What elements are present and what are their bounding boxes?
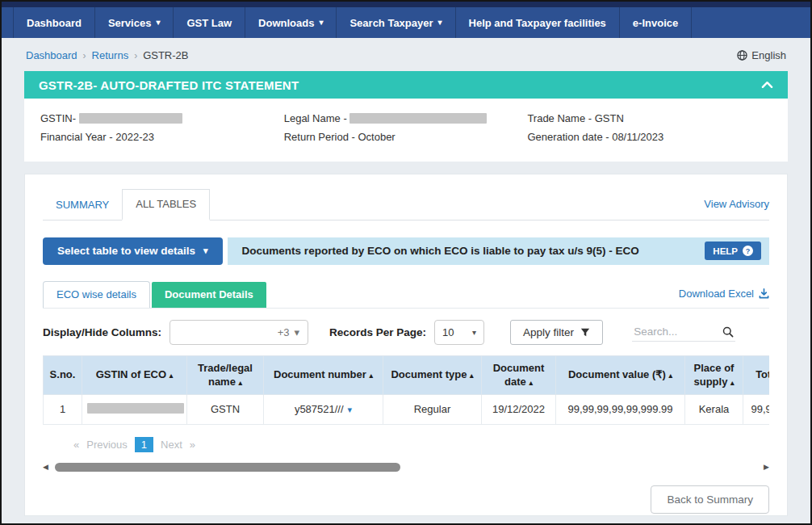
caret-down-icon: ▾ xyxy=(438,19,442,27)
table-row: 1 GSTN y587521///▾ Regular 19/12/2022 99… xyxy=(44,394,770,424)
search-icon[interactable] xyxy=(722,326,734,338)
generation-date: Generation date - 08/11/2023 xyxy=(527,128,771,147)
tab-summary[interactable]: SUMMARY xyxy=(43,191,122,220)
main-card: SUMMARY ALL TABLES View Advisory Select … xyxy=(24,174,788,516)
help-icon: ? xyxy=(743,246,753,256)
pagination-first[interactable]: « xyxy=(73,439,79,451)
sort-asc-icon[interactable]: ▴ xyxy=(529,379,533,387)
financial-year: Financial Year - 2022-23 xyxy=(40,128,284,147)
apply-filter-button[interactable]: Apply filter xyxy=(510,320,603,345)
language-selector[interactable]: English xyxy=(737,49,786,61)
card-footer: Back to Summary xyxy=(43,485,769,514)
nav-item-downloads[interactable]: Downloads ▾ xyxy=(245,7,337,38)
breadcrumb-current-page: GSTR-2B xyxy=(143,49,188,61)
page-title: GSTR-2B- AUTO-DRAFTED ITC STATEMENT xyxy=(39,78,299,92)
main-tabs: SUMMARY ALL TABLES View Advisory xyxy=(43,189,769,220)
col-header-place-of-supply[interactable]: Place of supply ▴ xyxy=(685,355,743,394)
sort-asc-icon[interactable]: ▴ xyxy=(470,372,474,380)
download-excel-label: Download Excel xyxy=(679,288,754,300)
pagination-last[interactable]: » xyxy=(190,439,195,451)
nav-item-label: e-Invoice xyxy=(633,17,678,29)
tab-eco-wise-details[interactable]: ECO wise details xyxy=(43,281,150,308)
nav-item-gst-law[interactable]: GST Law xyxy=(174,7,245,38)
breadcrumb-link-dashboard[interactable]: Dashboard xyxy=(26,49,77,61)
help-button[interactable]: HELP ? xyxy=(705,242,761,260)
view-advisory-link[interactable]: View Advisory xyxy=(704,198,769,220)
sort-asc-icon[interactable]: ▴ xyxy=(730,379,735,387)
cell-place-of-supply: Kerala xyxy=(685,394,743,424)
pagination-previous[interactable]: Previous xyxy=(86,439,128,451)
col-header-total-taxable-value[interactable]: Total Taxable Value xyxy=(743,355,770,394)
records-per-page-select[interactable]: 10 ▾ xyxy=(434,320,484,345)
documents-table: S.no. GSTIN of ECO ▴ Trade/legal name ▴ … xyxy=(43,355,769,425)
apply-filter-label: Apply filter xyxy=(523,326,574,338)
records-per-page-value: 10 xyxy=(442,326,454,338)
legal-name-label: Legal Name - xyxy=(284,112,347,124)
sort-asc-icon[interactable]: ▴ xyxy=(170,372,174,380)
tab-all-tables[interactable]: ALL TABLES xyxy=(122,189,210,220)
cell-total-taxable-value: 99,99,99,99,99,999.99 xyxy=(743,394,770,424)
horizontal-scrollbar: ◀ ▶ xyxy=(43,463,769,472)
cell-document-value: 99,99,99,99,99,999.99 xyxy=(556,394,685,424)
taxpayer-info-panel: GSTIN- Financial Year - 2022-23 Legal Na… xyxy=(24,99,788,162)
sort-asc-icon[interactable]: ▴ xyxy=(369,372,373,380)
col-header-trade-legal-name[interactable]: Trade/legal name ▴ xyxy=(187,355,264,394)
breadcrumb-row: Dashboard › Returns › GSTR-2B English xyxy=(2,38,810,71)
chevron-down-icon: ▾ xyxy=(203,246,208,256)
col-header-document-type[interactable]: Document type ▴ xyxy=(383,355,482,394)
col-header-document-value[interactable]: Document value (₹) ▴ xyxy=(556,355,685,394)
scrollbar-track[interactable] xyxy=(53,463,759,472)
breadcrumb-separator: › xyxy=(83,50,86,61)
col-header-sno[interactable]: S.no. xyxy=(44,355,82,394)
columns-dropdown[interactable]: +3 ▾ xyxy=(170,320,308,345)
cell-trade-legal-name: GSTN xyxy=(187,394,264,424)
cell-document-number: y587521///▾ xyxy=(264,394,383,424)
scroll-left-icon[interactable]: ◀ xyxy=(43,464,48,471)
language-label: English xyxy=(751,49,786,61)
select-table-label: Select table to view details xyxy=(57,245,195,257)
scroll-right-icon[interactable]: ▶ xyxy=(764,464,769,471)
select-table-button[interactable]: Select table to view details ▾ xyxy=(43,237,223,265)
cell-document-date: 19/12/2022 xyxy=(482,394,556,424)
search-input[interactable] xyxy=(634,326,711,338)
caret-down-icon: ▾ xyxy=(156,19,160,27)
nav-item-search-taxpayer[interactable]: Search Taxpayer ▾ xyxy=(337,7,455,38)
cell-gstin-of-eco xyxy=(82,394,187,424)
sort-asc-icon[interactable]: ▴ xyxy=(669,372,673,380)
nav-item-dashboard[interactable]: Dashboard xyxy=(13,7,95,38)
detail-subtabs: ECO wise details Document Details Downlo… xyxy=(43,281,769,309)
info-column-3: Trade Name - GSTN Generation date - 08/1… xyxy=(527,110,771,147)
breadcrumb-link-returns[interactable]: Returns xyxy=(92,49,129,61)
funnel-icon xyxy=(580,327,590,337)
table-selector-row: Select table to view details ▾ Documents… xyxy=(43,237,769,265)
col-header-gstin-of-eco[interactable]: GSTIN of ECO ▴ xyxy=(82,355,187,394)
selected-table-description: Documents reported by ECO on which ECO i… xyxy=(242,245,639,257)
nav-item-label: Dashboard xyxy=(27,17,82,29)
tab-document-details[interactable]: Document Details xyxy=(152,282,266,308)
download-excel-link[interactable]: Download Excel xyxy=(679,288,769,308)
documents-table-viewport: S.no. GSTIN of ECO ▴ Trade/legal name ▴ … xyxy=(43,355,769,425)
col-header-document-date[interactable]: Document date ▴ xyxy=(482,355,556,394)
info-column-1: GSTIN- Financial Year - 2022-23 xyxy=(40,110,284,147)
pagination-next[interactable]: Next xyxy=(161,439,182,451)
return-period: Return Period - October xyxy=(284,128,528,147)
trade-name: Trade Name - GSTN xyxy=(527,110,771,128)
statement-header: GSTR-2B- AUTO-DRAFTED ITC STATEMENT xyxy=(24,71,788,99)
chevron-up-icon[interactable] xyxy=(761,81,773,89)
nav-item-e-invoice[interactable]: e-Invoice xyxy=(620,7,692,38)
nav-item-services[interactable]: Services ▾ xyxy=(95,7,174,38)
caret-down-icon: ▾ xyxy=(319,19,323,27)
back-to-summary-button[interactable]: Back to Summary xyxy=(651,485,769,514)
statement-panel: GSTR-2B- AUTO-DRAFTED ITC STATEMENT GSTI… xyxy=(24,71,788,162)
help-label: HELP xyxy=(713,246,738,256)
cell-document-type: Regular xyxy=(383,394,482,424)
sort-asc-icon[interactable]: ▴ xyxy=(239,379,243,387)
chevron-down-icon[interactable]: ▾ xyxy=(348,405,353,414)
col-header-document-number[interactable]: Document number ▴ xyxy=(264,355,383,394)
scrollbar-thumb[interactable] xyxy=(55,463,400,472)
caret-down-icon: ▾ xyxy=(472,328,476,337)
pagination-page-1[interactable]: 1 xyxy=(135,437,153,452)
globe-icon xyxy=(737,50,747,61)
nav-item-label: Search Taxpayer xyxy=(349,17,433,29)
nav-item-help-facilities[interactable]: Help and Taxpayer facilities xyxy=(456,7,620,38)
